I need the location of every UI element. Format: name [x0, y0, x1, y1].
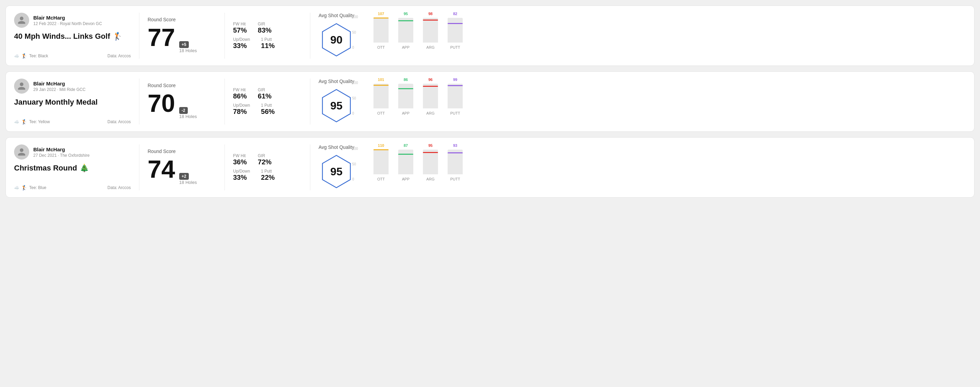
tee-text: Tee: Blue	[29, 185, 46, 190]
avatar	[14, 13, 29, 28]
stat-updown: Up/Down 33%	[233, 37, 250, 50]
divider-3	[310, 79, 310, 125]
bar-value-arg: 96	[428, 78, 433, 82]
weather-icon: ☁️	[14, 119, 19, 124]
bar-wrapper-ott	[374, 149, 388, 174]
chart-area: 100 50 0 110 OTT 87 APP	[363, 147, 966, 188]
divider-2	[224, 144, 225, 190]
left-section: Blair McHarg 29 Jan 2022 · Mill Ride GCC…	[14, 79, 131, 125]
weather-icon: ☁️	[14, 54, 19, 58]
bar-group-ott: 110 OTT	[374, 143, 388, 181]
stat-fw-hit: FW Hit 86%	[233, 87, 247, 100]
user-details: Blair McHarg 27 Dec 2021 · The Oxfordshi…	[33, 146, 89, 158]
stats-row-2: Up/Down 33% 1 Putt 11%	[233, 37, 302, 50]
bar-group-app: 95 APP	[398, 12, 413, 49]
user-name: Blair McHarg	[33, 15, 102, 21]
stats-row-1: FW Hit 57% GIR 83%	[233, 22, 302, 34]
bar-label-putt: PUTT	[450, 111, 460, 115]
round-card-3: Blair McHarg 27 Dec 2021 · The Oxfordshi…	[5, 137, 975, 198]
divider-2	[224, 13, 225, 59]
bar-value-app: 87	[404, 143, 408, 148]
stat-gir: GIR 83%	[258, 22, 272, 34]
chart-area: 100 50 0 101 OTT 86 APP	[363, 81, 966, 122]
bar-value-putt: 99	[453, 78, 457, 82]
top-info: Blair McHarg 12 Feb 2022 · Royal North D…	[14, 13, 131, 46]
score-badge: +2	[179, 173, 189, 180]
stat-updown: Up/Down 78%	[233, 103, 250, 116]
bar-value-app: 86	[404, 78, 408, 82]
quality-score: 95	[330, 100, 342, 112]
score-label: Round Score	[148, 149, 216, 154]
oneputt-value: 11%	[261, 42, 275, 50]
data-source: Data: Arccos	[107, 185, 131, 190]
bar-wrapper-app	[398, 149, 413, 174]
fw-hit-label: FW Hit	[233, 153, 247, 158]
user-date: 27 Dec 2021 · The Oxfordshire	[33, 153, 89, 158]
weather-icon: ☁️	[14, 185, 19, 190]
score-holes: 18 Holes	[179, 180, 197, 185]
updown-value: 78%	[233, 108, 250, 116]
fw-hit-value: 86%	[233, 92, 247, 100]
stats-row-2: Up/Down 78% 1 Putt 56%	[233, 103, 302, 116]
updown-label: Up/Down	[233, 103, 250, 108]
hexagon-container: 95	[319, 153, 353, 190]
gir-label: GIR	[258, 153, 272, 158]
bar-value-ott: 107	[378, 12, 384, 16]
user-name: Blair McHarg	[33, 146, 89, 152]
bar-group-ott: 107 OTT	[374, 12, 388, 49]
avatar-icon	[17, 82, 26, 90]
bar-value-arg: 98	[428, 12, 433, 16]
bar-chart: 107 OTT 95 APP 98	[374, 15, 966, 56]
round-card-1: Blair McHarg 12 Feb 2022 · Royal North D…	[5, 5, 975, 66]
bar-label-ott: OTT	[377, 177, 385, 181]
stats-section: FW Hit 36% GIR 72% Up/Down 33% 1 Putt	[233, 144, 302, 190]
divider-1	[139, 13, 139, 59]
bar-label-ott: OTT	[377, 111, 385, 115]
quality-left: Avg Shot Quality 90	[318, 13, 354, 59]
bar-group-arg: 98 ARG	[423, 12, 438, 49]
bar-group-arg: 96 ARG	[423, 78, 438, 115]
bag-icon: 🏌	[21, 53, 27, 59]
oneputt-label: 1 Putt	[261, 37, 275, 42]
chart-container: 100 50 0 107 OTT 95 APP	[363, 15, 966, 56]
data-source: Data: Arccos	[107, 119, 131, 124]
user-details: Blair McHarg 29 Jan 2022 · Mill Ride GCC	[33, 81, 86, 92]
bar-label-arg: ARG	[426, 177, 434, 181]
quality-score: 95	[330, 165, 342, 178]
bar-value-arg: 95	[428, 143, 433, 148]
oneputt-value: 22%	[261, 174, 275, 181]
top-info: Blair McHarg 27 Dec 2021 · The Oxfordshi…	[14, 144, 131, 178]
bar-wrapper-putt	[448, 18, 463, 43]
user-name: Blair McHarg	[33, 81, 86, 86]
tee-info: ☁️ 🏌 Tee: Yellow	[14, 119, 50, 125]
score-number: 74	[148, 157, 175, 181]
score-badge: +5	[179, 41, 189, 48]
tee-info: ☁️ 🏌 Tee: Black	[14, 53, 48, 59]
stats-row-1: FW Hit 86% GIR 61%	[233, 87, 302, 100]
bag-icon: 🏌	[21, 119, 27, 125]
score-label: Round Score	[148, 17, 216, 22]
bar-wrapper-arg	[423, 18, 438, 43]
quality-label: Avg Shot Quality	[318, 13, 354, 18]
stat-oneputt: 1 Putt 22%	[261, 169, 275, 181]
stats-row-1: FW Hit 36% GIR 72%	[233, 153, 302, 166]
data-source: Data: Arccos	[107, 54, 131, 58]
footer-info: ☁️ 🏌 Tee: Black Data: Arccos	[14, 53, 131, 59]
bar-label-app: APP	[402, 177, 409, 181]
bar-group-app: 86 APP	[398, 78, 413, 115]
hexagon-container: 90	[319, 21, 353, 59]
bar-group-putt: 82 PUTT	[448, 12, 463, 49]
divider-3	[310, 13, 310, 59]
bar-wrapper-arg	[423, 84, 438, 108]
score-holes: 18 Holes	[179, 48, 197, 53]
oneputt-label: 1 Putt	[261, 103, 275, 108]
quality-section: Avg Shot Quality 95 100 50 0 110	[318, 144, 966, 190]
score-row: 74 +2 18 Holes	[148, 157, 216, 185]
y-axis: 100 50 0	[352, 147, 358, 181]
round-title: 40 Mph Winds... Links Golf 🏌️	[14, 32, 131, 41]
bar-chart: 110 OTT 87 APP 95	[374, 147, 966, 188]
bar-label-app: APP	[402, 111, 409, 115]
bar-label-arg: ARG	[426, 111, 434, 115]
divider-3	[310, 144, 310, 190]
gir-value: 72%	[258, 158, 272, 166]
